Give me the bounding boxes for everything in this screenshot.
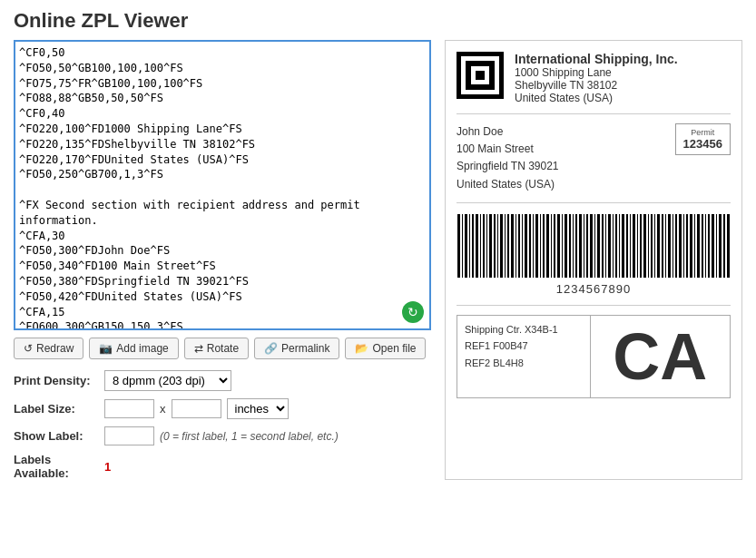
label-height-input[interactable]: 6	[172, 399, 221, 418]
svg-rect-49	[615, 214, 617, 278]
svg-rect-6	[462, 214, 463, 278]
svg-rect-78	[719, 214, 722, 278]
print-density-label: Print Density:	[14, 374, 104, 387]
svg-rect-33	[557, 214, 560, 278]
open-file-button[interactable]: 📂 Open file	[345, 338, 426, 359]
label-header: International Shipping, Inc. 1000 Shippi…	[457, 52, 731, 114]
svg-rect-31	[551, 214, 552, 278]
svg-rect-14	[489, 214, 492, 278]
svg-rect-51	[622, 214, 624, 278]
barcode-number: 1234567890	[457, 282, 731, 296]
company-address3: United States (USA)	[515, 92, 678, 104]
add-image-label: Add image	[116, 342, 168, 355]
show-label-note: (0 = first label, 1 = second label, etc.…	[160, 430, 339, 443]
footer-refs: Shipping Ctr. X34B-1 REF1 F00B47 REF2 BL…	[457, 316, 591, 397]
svg-rect-5	[457, 214, 460, 278]
print-density-select[interactable]: 6 dpmm (152 dpi) 8 dpmm (203 dpi) 12 dpm…	[104, 370, 231, 391]
label-preview: International Shipping, Inc. 1000 Shippi…	[457, 52, 731, 398]
svg-rect-46	[605, 214, 606, 278]
svg-rect-35	[565, 214, 567, 278]
recipient-city: Springfield TN 39021	[457, 158, 559, 175]
svg-rect-58	[648, 214, 649, 278]
labels-available-count: 1	[104, 460, 111, 474]
svg-rect-48	[613, 214, 614, 278]
company-address1: 1000 Shipping Lane	[515, 66, 678, 79]
editor-wrapper: ↻	[14, 40, 431, 330]
svg-rect-9	[472, 214, 474, 278]
svg-rect-39	[579, 214, 582, 278]
ref2: REF2 BL4H8	[465, 355, 583, 372]
permit-label: Permit	[683, 128, 722, 137]
svg-rect-28	[540, 214, 541, 278]
rotate-label: Rotate	[207, 342, 239, 355]
svg-rect-63	[665, 214, 666, 278]
permalink-button[interactable]: 🔗 Permalink	[254, 338, 339, 359]
svg-rect-76	[712, 214, 714, 278]
recipient-address1: 100 Main Street	[457, 141, 559, 158]
add-image-button[interactable]: 📷 Add image	[89, 338, 178, 359]
svg-rect-50	[619, 214, 620, 278]
state-code: CA	[591, 316, 731, 397]
svg-rect-30	[546, 214, 549, 278]
svg-rect-26	[533, 214, 534, 278]
svg-rect-70	[690, 214, 692, 278]
toolbar: ↺ Redraw 📷 Add image ⇄ Rotate 🔗 Permalin…	[14, 338, 431, 359]
svg-rect-15	[494, 214, 496, 278]
svg-rect-17	[500, 214, 503, 278]
redraw-button[interactable]: ↺ Redraw	[14, 338, 83, 359]
zpl-editor[interactable]	[15, 42, 429, 328]
link-icon: 🔗	[264, 342, 278, 355]
svg-rect-4	[476, 71, 485, 80]
svg-rect-75	[708, 214, 710, 278]
label-preview-panel: International Shipping, Inc. 1000 Shippi…	[445, 40, 742, 480]
svg-rect-29	[543, 214, 545, 278]
company-address2: Shelbyville TN 38102	[515, 79, 678, 92]
svg-rect-68	[683, 214, 684, 278]
label-body: John Doe 100 Main Street Springfield TN …	[457, 123, 731, 203]
redraw-label: Redraw	[36, 342, 74, 355]
label-size-x: x	[160, 402, 166, 416]
svg-rect-54	[633, 214, 635, 278]
rotate-button[interactable]: ⇄ Rotate	[184, 338, 249, 359]
left-panel: ↻ ↺ Redraw 📷 Add image ⇄ Rotate 🔗 Permal…	[14, 40, 431, 480]
svg-rect-67	[679, 214, 682, 278]
label-size-label: Label Size:	[14, 402, 104, 416]
svg-rect-69	[686, 214, 688, 278]
show-label-input[interactable]: 0	[104, 426, 154, 445]
label-unit-select[interactable]: inches mm	[227, 398, 289, 419]
svg-rect-12	[483, 214, 485, 278]
labels-available-label: Labels Available:	[14, 453, 104, 480]
svg-rect-66	[675, 214, 677, 278]
svg-rect-80	[727, 214, 730, 278]
svg-rect-45	[602, 214, 604, 278]
label-width-input[interactable]: 4	[104, 399, 154, 418]
settings-panel: Print Density: 6 dpmm (152 dpi) 8 dpmm (…	[14, 370, 431, 480]
show-label-label: Show Label:	[14, 429, 104, 443]
svg-rect-64	[668, 214, 671, 278]
svg-rect-42	[590, 214, 593, 278]
svg-rect-16	[497, 214, 498, 278]
svg-rect-19	[507, 214, 509, 278]
company-logo	[457, 52, 504, 99]
svg-rect-52	[626, 214, 628, 278]
svg-rect-77	[716, 214, 717, 278]
svg-rect-22	[518, 214, 520, 278]
svg-rect-79	[723, 214, 725, 278]
svg-rect-62	[662, 214, 663, 278]
svg-rect-24	[525, 214, 527, 278]
recipient-country: United States (USA)	[457, 176, 559, 193]
permit-number: 123456	[683, 137, 722, 151]
svg-rect-32	[554, 214, 555, 278]
permit-box: Permit 123456	[675, 123, 731, 155]
recipient-name: John Doe	[457, 123, 559, 141]
refresh-button[interactable]: ↻	[402, 301, 424, 323]
svg-rect-60	[654, 214, 655, 278]
svg-rect-57	[643, 214, 646, 278]
company-name: International Shipping, Inc.	[515, 52, 678, 66]
svg-rect-7	[465, 214, 467, 278]
svg-rect-65	[673, 214, 673, 278]
ref1: REF1 F00B47	[465, 338, 583, 355]
svg-rect-21	[515, 214, 516, 278]
label-size-value: 4 x 6 inches mm	[104, 398, 431, 419]
svg-rect-43	[594, 214, 595, 278]
